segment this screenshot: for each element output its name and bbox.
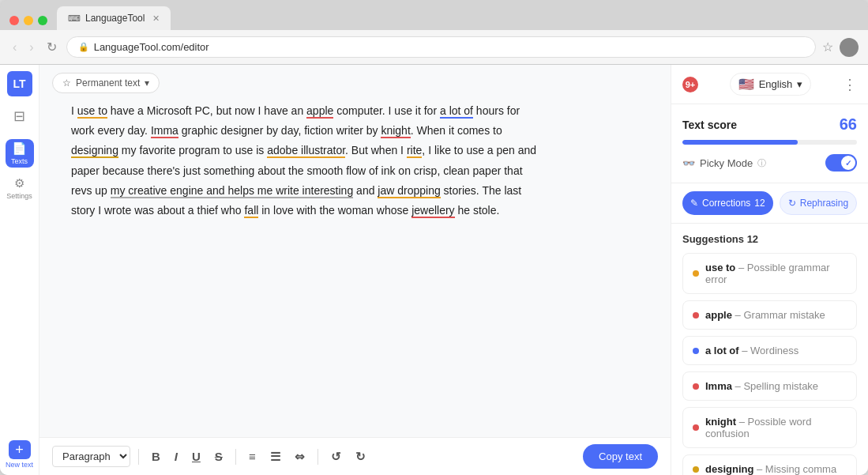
- traffic-lights: [9, 16, 47, 30]
- annotation-my-creative: my creative engine and helps me write in…: [111, 184, 353, 198]
- suggestion-item[interactable]: use to – Possible grammar error: [682, 253, 857, 294]
- suggestion-item[interactable]: apple – Grammar mistake: [682, 300, 857, 330]
- logo-text: LT: [13, 77, 25, 90]
- texts-icon: 📄: [12, 141, 27, 156]
- bullet-list-btn[interactable]: ☰: [265, 447, 285, 467]
- url-text: LanguageTool.com/editor: [94, 41, 209, 53]
- redo-btn[interactable]: ↻: [351, 447, 370, 467]
- picky-mode-row: 👓 Picky Mode ⓘ ✓: [682, 154, 857, 172]
- suggestions-count: 12: [747, 233, 758, 245]
- score-bar: [682, 140, 857, 145]
- suggestion-word: use to: [705, 262, 735, 273]
- suggestion-text: a lot of – Wordiness: [705, 345, 798, 356]
- editor-content-area[interactable]: I use to have a Microsoft PC, but now I …: [39, 101, 671, 437]
- suggestions-section: Suggestions 12 use to – Possible grammar…: [671, 224, 868, 475]
- profile-btn[interactable]: [840, 38, 859, 57]
- left-sidebar: LT ⊟ 📄 Texts ⚙ Settings + New text: [0, 65, 39, 475]
- suggestion-desc: – Missing comma: [757, 463, 836, 475]
- underline-btn[interactable]: U: [187, 447, 205, 466]
- suggestion-item[interactable]: designing – Missing comma: [682, 454, 857, 475]
- suggestion-dot: [693, 383, 699, 390]
- new-text-label: New text: [6, 461, 33, 469]
- suggestion-word: designing: [705, 463, 753, 475]
- url-bar[interactable]: 🔒 LanguageTool.com/editor: [66, 36, 816, 58]
- permanent-text-label: Permanent text: [76, 77, 140, 89]
- right-panel-header: 9+ 🇺🇸 English ▾ ⋮: [671, 65, 868, 104]
- back-btn[interactable]: ‹: [9, 37, 20, 58]
- minimize-window-btn[interactable]: [24, 16, 33, 25]
- strikethrough-btn[interactable]: S: [210, 447, 227, 466]
- more-options-btn[interactable]: ⋮: [843, 76, 857, 93]
- toolbar-divider-3: [318, 449, 318, 465]
- sidebar-toggle-btn[interactable]: ⊟: [9, 103, 30, 130]
- indent-btn[interactable]: ⇔: [290, 447, 310, 467]
- new-text-icon: +: [15, 443, 24, 457]
- suggestion-item[interactable]: a lot of – Wordiness: [682, 336, 857, 365]
- tab-label: LanguageTool: [85, 13, 145, 24]
- picky-mode-text: Picky Mode: [700, 157, 753, 169]
- suggestion-item[interactable]: Imma – Spelling mistake: [682, 371, 857, 401]
- text-score-section: Text score 66 👓 Picky Mode ⓘ ✓: [671, 104, 868, 183]
- right-panel: 9+ 🇺🇸 English ▾ ⋮ Text score 66: [671, 65, 868, 475]
- maximize-window-btn[interactable]: [38, 16, 47, 25]
- numbered-list-btn[interactable]: ≡: [244, 447, 261, 466]
- suggestion-text: designing – Missing comma: [705, 463, 836, 475]
- score-bar-fill: [682, 140, 798, 145]
- tab-close-btn[interactable]: ✕: [152, 13, 160, 24]
- editor-text[interactable]: I use to have a Microsoft PC, but now I …: [71, 101, 545, 221]
- italic-btn[interactable]: I: [170, 447, 182, 466]
- format-select[interactable]: Paragraph: [52, 446, 130, 467]
- annotation-adobe-illustrator: adobe illustrator: [267, 144, 345, 158]
- star-icon: ☆: [62, 77, 71, 89]
- toolbar-divider-1: [138, 449, 139, 465]
- action-tabs: ✎ Corrections 12 ↻ Rephrasing: [671, 183, 868, 224]
- suggestion-desc: – Spelling mistake: [735, 380, 819, 392]
- annotation-rite: rite: [407, 144, 422, 158]
- lock-icon: 🔒: [78, 42, 89, 52]
- rephrasing-tab[interactable]: ↻ Rephrasing: [780, 191, 857, 215]
- suggestion-item[interactable]: knight – Possible word confusion: [682, 407, 857, 448]
- editor-toolbar-top: ☆ Permanent text ▾: [39, 65, 671, 101]
- sidebar-bottom: + New text: [6, 440, 34, 469]
- annotation-a-lot-of: a lot of: [440, 104, 473, 119]
- editor-toolbar-bottom: Paragraph B I U S ≡ ☰ ⇔ ↺ ↻ Copy text: [39, 437, 671, 475]
- corrections-count: 12: [754, 198, 765, 209]
- suggestion-text: knight – Possible word confusion: [705, 416, 847, 439]
- app-logo: LT: [7, 71, 32, 96]
- tab-bar: ⌨ LanguageTool ✕: [0, 0, 868, 30]
- bold-btn[interactable]: B: [147, 447, 165, 466]
- suggestion-desc: – Wordiness: [742, 345, 798, 356]
- suggestion-dot: [693, 466, 699, 473]
- annotation-jewellery: jewellery: [411, 204, 454, 218]
- suggestions-list: use to – Possible grammar error apple – …: [682, 253, 857, 475]
- copy-text-btn[interactable]: Copy text: [583, 444, 658, 469]
- active-tab[interactable]: ⌨ LanguageTool ✕: [57, 6, 171, 30]
- annotation-knight: knight: [381, 124, 410, 138]
- annotation-jaw-dropping: jaw dropping: [378, 184, 440, 198]
- suggestion-word: apple: [705, 309, 732, 321]
- bookmark-btn[interactable]: ☆: [822, 40, 833, 55]
- suggestion-dot: [693, 348, 699, 354]
- sidebar-item-settings[interactable]: ⚙ Settings: [6, 174, 34, 202]
- sidebar-item-texts[interactable]: 📄 Texts: [6, 139, 34, 168]
- suggestion-dot: [693, 270, 699, 277]
- permanent-text-btn[interactable]: ☆ Permanent text ▾: [52, 73, 160, 93]
- picky-mode-label: 👓 Picky Mode ⓘ: [682, 157, 766, 169]
- new-text-btn[interactable]: + New text: [6, 440, 34, 469]
- suggestion-dot: [693, 312, 699, 319]
- close-window-btn[interactable]: [9, 16, 19, 25]
- sidebar-texts-label: Texts: [11, 157, 28, 165]
- language-label: English: [759, 78, 793, 90]
- corrections-tab[interactable]: ✎ Corrections 12: [682, 191, 773, 215]
- suggestion-desc: – Grammar mistake: [735, 309, 825, 321]
- undo-btn[interactable]: ↺: [326, 447, 346, 467]
- language-selector[interactable]: 🇺🇸 English ▾: [730, 73, 812, 96]
- annotation-designing: designing: [71, 144, 118, 158]
- flag-icon: 🇺🇸: [738, 77, 754, 92]
- picky-mode-toggle[interactable]: ✓: [825, 154, 857, 172]
- main-editor: ☆ Permanent text ▾ I use to have a Micro…: [39, 65, 671, 475]
- suggestions-header: Suggestions 12: [682, 233, 857, 245]
- reload-btn[interactable]: ↻: [43, 36, 60, 58]
- sidebar-settings-label: Settings: [6, 192, 32, 200]
- forward-btn[interactable]: ›: [26, 37, 36, 58]
